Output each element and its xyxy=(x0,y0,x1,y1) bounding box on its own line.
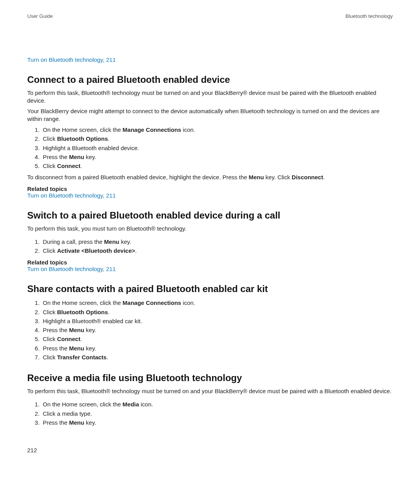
list-item: On the Home screen, click the Media icon… xyxy=(41,400,393,409)
list-item: Click Connect. xyxy=(41,161,393,170)
heading-receive-media: Receive a media file using Bluetooth tec… xyxy=(27,373,393,383)
link-turn-on-bluetooth-s2[interactable]: Turn on Bluetooth technology, 211 xyxy=(27,266,116,272)
list-item: Click Connect. xyxy=(41,334,393,343)
s2-steps: During a call, press the Menu key. Click… xyxy=(27,237,393,256)
list-item: Click Transfer Contacts. xyxy=(41,353,393,362)
list-item: Highlight a Bluetooth® enabled car kit. xyxy=(41,317,393,326)
list-item: Press the Menu key. xyxy=(41,152,393,161)
link-turn-on-bluetooth-top[interactable]: Turn on Bluetooth technology, 211 xyxy=(27,56,116,63)
list-item: On the Home screen, click the Manage Con… xyxy=(41,125,393,134)
s4-paragraph-1: To perform this task, Bluetooth® technol… xyxy=(27,387,393,395)
page-header: User Guide Bluetooth technology xyxy=(27,13,393,19)
list-item: Highlight a Bluetooth enabled device. xyxy=(41,144,393,152)
link-turn-on-bluetooth-s1[interactable]: Turn on Bluetooth technology, 211 xyxy=(27,192,116,199)
list-item: Press the Menu key. xyxy=(41,326,393,334)
page-number: 212 xyxy=(27,447,37,453)
heading-switch-during-call: Switch to a paired Bluetooth enabled dev… xyxy=(27,210,393,221)
s2-paragraph-1: To perform this task, you must turn on B… xyxy=(27,225,393,233)
related-topics-label: Related topics xyxy=(27,186,393,192)
list-item: On the Home screen, click the Manage Con… xyxy=(41,298,393,307)
s4-steps: On the Home screen, click the Media icon… xyxy=(27,400,393,427)
s1-paragraph-3: To disconnect from a paired Bluetooth en… xyxy=(27,173,393,181)
list-item: Click Bluetooth Options. xyxy=(41,134,393,143)
header-right: Bluetooth technology xyxy=(346,13,393,19)
list-item: Click Bluetooth Options. xyxy=(41,308,393,317)
list-item: During a call, press the Menu key. xyxy=(41,237,393,246)
s1-paragraph-2: Your BlackBerry device might attempt to … xyxy=(27,107,393,123)
s1-steps: On the Home screen, click the Manage Con… xyxy=(27,125,393,170)
list-item: Click Activate <Bluetooth device>. xyxy=(41,246,393,255)
related-topics-label: Related topics xyxy=(27,259,393,266)
heading-connect-paired: Connect to a paired Bluetooth enabled de… xyxy=(27,74,393,85)
s3-steps: On the Home screen, click the Manage Con… xyxy=(27,298,393,362)
list-item: Click a media type. xyxy=(41,409,393,418)
list-item: Press the Menu key. xyxy=(41,344,393,353)
list-item: Press the Menu key. xyxy=(41,418,393,427)
header-left: User Guide xyxy=(27,13,53,19)
heading-share-contacts: Share contacts with a paired Bluetooth e… xyxy=(27,284,393,294)
s1-paragraph-1: To perform this task, Bluetooth® technol… xyxy=(27,89,393,105)
